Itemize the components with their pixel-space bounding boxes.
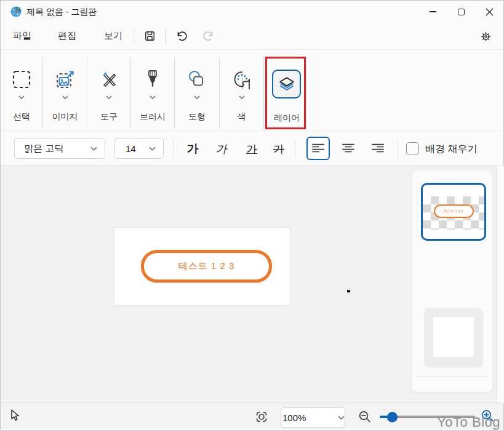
align-right-icon: [372, 143, 384, 153]
brush-dropdown-chevron[interactable]: [131, 95, 174, 99]
font-size-value: 14: [126, 143, 136, 154]
shapes-icon: [175, 67, 219, 92]
gear-icon: [479, 30, 492, 43]
fit-to-window-button[interactable]: [254, 409, 269, 424]
zoom-out-icon: [358, 409, 372, 424]
chevron-down-icon: [62, 95, 68, 99]
layer-thumbnail-2-background[interactable]: [424, 308, 483, 367]
layer1-text-preview: 테스트 1 2 3: [444, 209, 463, 214]
font-family-dropdown[interactable]: 맑은 고딕: [14, 138, 105, 159]
chevron-down-icon: [338, 416, 345, 420]
tool-color-label: 색: [220, 111, 263, 123]
menubar: 파일 편집 보기: [1, 23, 503, 50]
redo-button[interactable]: [199, 26, 220, 47]
tool-shapes[interactable]: 도형: [175, 50, 219, 131]
save-icon: [144, 30, 156, 42]
drawn-text: 테스트 1 2 3: [178, 260, 235, 272]
chevron-down-icon: [90, 147, 97, 151]
watermark-text: YoTo Blog: [437, 414, 500, 430]
tool-shapes-label: 도형: [175, 111, 219, 123]
drawn-rounded-rectangle: 테스트 1 2 3: [141, 250, 272, 283]
background-fill-checkbox[interactable]: [406, 142, 419, 155]
titlebar: 제목 없음 - 그림판: [1, 1, 503, 23]
image-icon: [43, 67, 87, 92]
tool-brush[interactable]: 브러시: [131, 50, 174, 131]
align-right-button[interactable]: [366, 137, 390, 160]
font-family-value: 맑은 고딕: [24, 143, 63, 155]
tool-select[interactable]: 선택: [1, 50, 42, 131]
tool-image-label: 이미지: [43, 111, 87, 123]
select-dropdown-chevron[interactable]: [1, 95, 42, 99]
italic-glyph: 가: [215, 142, 230, 156]
align-center-icon: [342, 143, 354, 153]
layers-icon: [278, 75, 296, 94]
zoom-slider-handle[interactable]: [387, 412, 398, 422]
tools-dropdown-chevron[interactable]: [87, 95, 130, 99]
paint-window: 제목 없음 - 그림판 파일 편집 보기: [0, 0, 504, 431]
drawing-canvas[interactable]: 테스트 1 2 3: [114, 228, 290, 305]
font-size-dropdown[interactable]: 14: [114, 138, 164, 159]
layers-button[interactable]: [272, 70, 301, 99]
layer-thumbnail-1-selected[interactable]: 테스트 1 2 3: [421, 183, 486, 241]
tool-brush-label: 브러시: [131, 111, 174, 123]
menu-edit[interactable]: 편집: [52, 26, 82, 46]
tool-select-label: 선택: [1, 111, 42, 123]
textbar-separator: [398, 140, 398, 158]
tool-image[interactable]: 이미지: [43, 50, 87, 131]
bold-button[interactable]: 가: [180, 137, 205, 160]
zoom-out-button[interactable]: [358, 409, 372, 424]
chevron-down-icon: [239, 95, 245, 99]
statusbar: 100%: [1, 403, 503, 430]
color-dropdown-chevron[interactable]: [220, 95, 263, 99]
tool-color[interactable]: 색: [220, 50, 263, 131]
chevron-down-icon: [106, 95, 112, 99]
image-dropdown-chevron[interactable]: [43, 95, 87, 99]
save-button[interactable]: [139, 26, 160, 47]
cursor-position-indicator: [10, 409, 20, 421]
stray-mark: [347, 290, 350, 292]
shapes-dropdown-chevron[interactable]: [175, 95, 219, 99]
tool-layers: 레이어: [264, 50, 310, 131]
textbar-separator: [295, 140, 295, 158]
tools-icon: [87, 67, 130, 92]
italic-button[interactable]: 가: [210, 137, 234, 160]
color-palette-icon: [220, 67, 263, 92]
underline-glyph: 가: [246, 142, 257, 156]
brush-icon: [131, 67, 174, 92]
maximize-icon: [458, 9, 465, 15]
settings-button[interactable]: [475, 26, 496, 47]
close-icon: [486, 8, 494, 16]
background-layer-preview: [433, 317, 474, 357]
text-toolbar: 맑은 고딕 14 가 가 가 가: [1, 132, 503, 166]
vertical-scrollbar[interactable]: [496, 166, 504, 404]
textbar-separator: [173, 140, 174, 158]
layers-panel: 테스트 1 2 3: [412, 170, 493, 392]
undo-icon: [175, 30, 187, 42]
ribbon-toolbar: 선택 이미지: [1, 50, 503, 131]
menubar-separator-2: [165, 28, 166, 44]
chevron-down-icon: [194, 95, 200, 99]
tool-tools[interactable]: 도구: [87, 50, 130, 131]
zoom-level-dropdown[interactable]: 100%: [281, 407, 345, 428]
tool-tools-label: 도구: [87, 111, 130, 123]
align-center-button[interactable]: [337, 137, 360, 160]
minimize-button[interactable]: [418, 1, 447, 23]
zoom-level-value: 100%: [281, 413, 306, 423]
menu-view[interactable]: 보기: [98, 26, 129, 46]
window-title: 제목 없음 - 그림판: [26, 1, 97, 23]
underline-button[interactable]: 가: [239, 137, 264, 160]
chevron-down-icon: [149, 147, 156, 151]
menu-file[interactable]: 파일: [7, 26, 38, 46]
close-button[interactable]: [475, 1, 503, 23]
align-left-button[interactable]: [306, 137, 330, 160]
undo-button[interactable]: [170, 26, 191, 47]
bold-glyph: 가: [187, 141, 199, 157]
chevron-down-icon: [150, 95, 156, 99]
strikethrough-button[interactable]: 가: [266, 137, 291, 160]
minimize-icon: [430, 11, 436, 12]
maximize-button[interactable]: [447, 1, 475, 23]
cursor-arrow-icon: [10, 409, 20, 421]
layers-panel-footer[interactable]: [412, 377, 492, 392]
align-left-icon: [312, 143, 324, 153]
select-icon: [1, 67, 42, 92]
